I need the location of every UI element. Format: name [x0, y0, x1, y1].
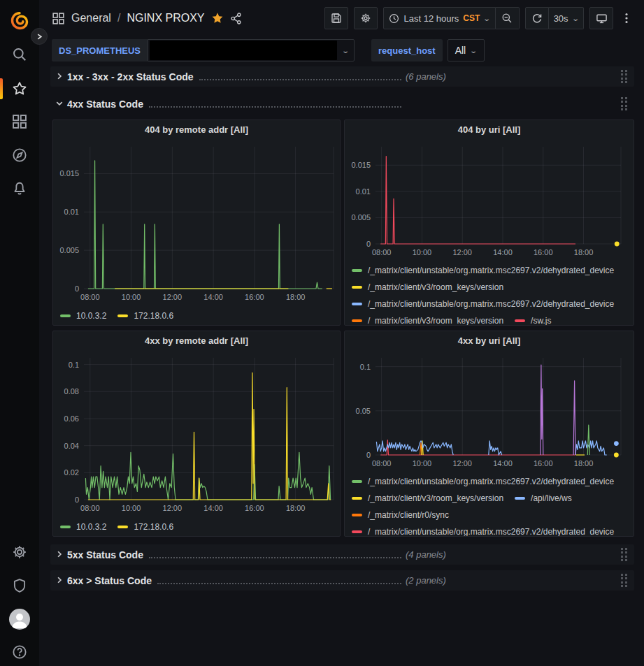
breadcrumb: General / NGINX PROXY: [52, 12, 242, 25]
refresh-controls: 30s ⌄: [525, 7, 584, 29]
legend-item[interactable]: /_matrix/client/unstable/org.matrix.msc2…: [352, 475, 614, 488]
panel-title[interactable]: 4xx by uri [All]: [345, 331, 634, 349]
legend-label: /_matrix/client/v3/room_keys/version: [368, 314, 503, 325]
row-title-group: 1xx - 3xx - 2xx Status Code: [67, 71, 406, 82]
row-header-4xx-status-code[interactable]: 4xx Status Code: [50, 94, 634, 114]
refresh-interval-picker[interactable]: 30s ⌄: [549, 7, 584, 29]
legend-item[interactable]: /_matrix/client/unstable/org.matrix.msc2…: [352, 525, 614, 536]
legend-item[interactable]: 10.0.3.2: [60, 309, 106, 323]
svg-text:0.015: 0.015: [59, 169, 79, 178]
dashboard-settings-button[interactable]: [354, 7, 378, 29]
save-dashboard-button[interactable]: [324, 7, 348, 29]
breadcrumb-section[interactable]: General: [71, 12, 111, 24]
datasource-variable-dropdown[interactable]: ⌄: [148, 39, 355, 61]
legend-item[interactable]: /_matrix/client/v3/room_keys/version: [352, 314, 503, 325]
legend-swatch: [60, 526, 71, 528]
legend-item[interactable]: /_matrix/client/v3/room_keys/version: [352, 280, 503, 294]
legend-item[interactable]: /api/live/ws: [515, 491, 572, 505]
chevron-down-icon: ⌄: [571, 15, 580, 22]
datasource-variable-label[interactable]: DS_PROMETHEUS: [52, 39, 148, 61]
request-host-value: All: [455, 45, 466, 56]
svg-text:18:00: 18:00: [574, 248, 594, 256]
chart-area[interactable]: 00.050.108:0010:0012:0014:0016:0018:00: [345, 349, 634, 472]
row-drag-handle[interactable]: [621, 70, 629, 83]
legend-item[interactable]: 172.18.0.6: [117, 309, 173, 323]
legend-item[interactable]: 172.18.0.6: [117, 520, 173, 534]
apps-grid-icon[interactable]: [52, 12, 65, 25]
refresh-button[interactable]: [525, 7, 549, 29]
panel-title[interactable]: 404 by uri [All]: [345, 120, 634, 138]
svg-text:0.02: 0.02: [64, 468, 79, 477]
explore-compass-icon[interactable]: [6, 141, 34, 169]
legend-swatch: [352, 286, 362, 289]
legend-row: /_matrix/client/v3/room_keys/version/api…: [352, 491, 634, 505]
legend-item[interactable]: /_matrix/client/r0/sync: [352, 508, 449, 522]
avatar: [9, 609, 30, 630]
chart-area[interactable]: 00.0050.010.01508:0010:0012:0014:0016:00…: [345, 138, 634, 261]
dashboards-icon[interactable]: [6, 108, 34, 136]
svg-text:16:00: 16:00: [245, 504, 264, 512]
legend-label: 10.0.3.2: [76, 309, 106, 323]
legend-row: /_matrix/client/unstable/org.matrix.msc2…: [352, 475, 634, 488]
help-icon[interactable]: [6, 638, 34, 666]
settings-gear-icon[interactable]: [6, 538, 34, 566]
legend-row: /_matrix/client/r0/sync: [352, 508, 634, 522]
chevron-right-icon: [56, 73, 63, 80]
svg-text:10:00: 10:00: [413, 248, 432, 256]
svg-text:16:00: 16:00: [534, 248, 553, 256]
starred-dashboards-icon[interactable]: [6, 75, 34, 103]
time-range-picker[interactable]: Last 12 hours CST ⌄: [383, 7, 495, 29]
admin-shield-icon[interactable]: [6, 572, 34, 600]
row-drag-handle[interactable]: [621, 548, 629, 561]
legend-label: 10.0.3.2: [76, 520, 106, 534]
row-title: 6xx > Status Code: [67, 575, 152, 586]
svg-text:16:00: 16:00: [534, 459, 553, 468]
row-drag-handle[interactable]: [621, 574, 629, 587]
monitor-icon: [596, 13, 608, 24]
chart-svg: 00.0050.010.01508:0010:0012:0014:0016:00…: [345, 138, 634, 261]
search-icon[interactable]: [6, 41, 34, 68]
svg-text:18:00: 18:00: [574, 459, 594, 468]
chevron-down-icon: ⌄: [341, 47, 350, 55]
chevron-down-icon: ⌄: [483, 15, 492, 22]
panel-legend: /_matrix/client/unstable/org.matrix.msc2…: [345, 472, 634, 536]
legend-item[interactable]: /_matrix/client/unstable/org.matrix.msc2…: [352, 263, 614, 277]
row-title-group: 4xx Status Code: [67, 99, 406, 110]
chart-area[interactable]: 00.020.040.060.080.108:0010:0012:0014:00…: [53, 349, 340, 518]
panel-title[interactable]: 404 by remote addr [All]: [53, 120, 340, 138]
legend-label: /api/live/ws: [531, 491, 572, 505]
request-host-variable-dropdown[interactable]: All ⌄: [448, 39, 485, 61]
legend-item[interactable]: 10.0.3.2: [60, 520, 106, 534]
breadcrumb-title[interactable]: NGINX PROXY: [127, 12, 204, 24]
panel-legend: 10.0.3.2172.18.0.6: [53, 307, 340, 325]
user-avatar[interactable]: [6, 605, 34, 633]
request-host-variable-label[interactable]: request_host: [371, 39, 443, 61]
chart-area[interactable]: 00.0050.010.01508:0010:0012:0014:0016:00…: [53, 138, 340, 307]
zoom-out-button[interactable]: [496, 7, 520, 29]
favorite-star-icon[interactable]: [211, 12, 224, 24]
row-title: 4xx Status Code: [67, 99, 143, 110]
row-header-6xx-status-code[interactable]: 6xx > Status Code(2 panels): [50, 570, 634, 591]
row-drag-handle[interactable]: [621, 97, 629, 110]
sidebar-expand-button[interactable]: [31, 28, 48, 45]
legend-item[interactable]: /sw.js: [515, 314, 551, 325]
row-header-5xx-status-code[interactable]: 5xx Status Code(4 panels): [50, 544, 634, 565]
tv-mode-button[interactable]: [589, 7, 613, 29]
svg-text:0.005: 0.005: [351, 213, 371, 222]
row-title: 5xx Status Code: [67, 549, 143, 560]
more-options-button[interactable]: [619, 7, 634, 29]
legend-label: /_matrix/client/unstable/org.matrix.msc2…: [368, 263, 614, 277]
grafana-logo[interactable]: [6, 7, 34, 35]
row-header-1xx-3xx-2xx-status-code[interactable]: 1xx - 3xx - 2xx Status Code(6 panels): [50, 66, 634, 87]
panel-4xx-by-remote-addr-all: 4xx by remote addr [All]00.020.040.060.0…: [52, 331, 341, 537]
legend-item[interactable]: /_matrix/client/unstable/org.matrix.msc2…: [352, 297, 614, 311]
time-range-label: Last 12 hours: [403, 13, 459, 24]
svg-text:0.05: 0.05: [356, 407, 371, 415]
alerting-bell-icon[interactable]: [6, 175, 34, 203]
svg-text:08:00: 08:00: [372, 248, 392, 256]
legend-item[interactable]: /_matrix/client/v3/room_keys/version: [352, 491, 503, 505]
svg-text:0.005: 0.005: [59, 246, 79, 254]
share-icon[interactable]: [230, 13, 242, 24]
panel-title[interactable]: 4xx by remote addr [All]: [53, 331, 340, 349]
svg-text:0.01: 0.01: [64, 208, 79, 216]
